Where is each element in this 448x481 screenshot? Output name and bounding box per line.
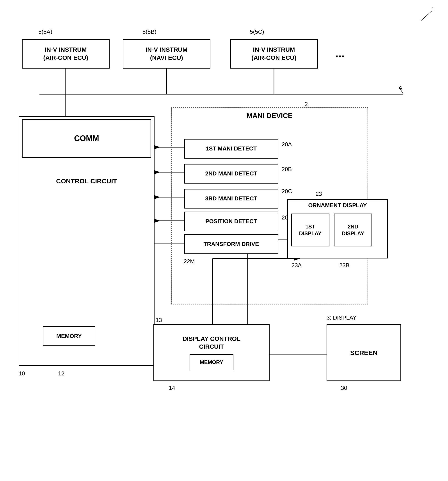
ref-23: 23 bbox=[316, 191, 322, 197]
box-position-detect: POSITION DETECT bbox=[184, 212, 278, 231]
ref-22m: 22M bbox=[184, 258, 195, 265]
box-detect-1st: 1ST MANI DETECT bbox=[184, 139, 278, 158]
ref-1: 1 bbox=[431, 6, 434, 13]
ref-12: 12 bbox=[58, 370, 64, 377]
ref-30: 30 bbox=[341, 385, 347, 391]
ref-20b: 20B bbox=[282, 166, 292, 173]
ref-23a: 23A bbox=[292, 262, 301, 269]
ref-14: 14 bbox=[169, 385, 175, 391]
ref-2: 2 bbox=[305, 101, 308, 107]
ref-5c: 5(5C) bbox=[250, 29, 264, 35]
box-screen: SCREEN bbox=[327, 324, 401, 381]
ref-5a: 5(5A) bbox=[38, 29, 52, 35]
ref-10: 10 bbox=[19, 370, 25, 377]
ref-5b: 5(5B) bbox=[142, 29, 156, 35]
box-transform-drive: TRANSFORM DRIVE bbox=[184, 234, 278, 254]
box-1st-display: 1STDISPLAY bbox=[291, 214, 329, 246]
box-memory-10: MEMORY bbox=[43, 326, 95, 346]
box-detect-2nd: 2ND MANI DETECT bbox=[184, 164, 278, 184]
box-2nd-display: 2NDDISPLAY bbox=[334, 214, 372, 246]
box-instrum-5b: IN-V INSTRUM(NAVI ECU) bbox=[123, 39, 210, 68]
control-circuit-label: CONTROL CIRCUIT bbox=[24, 177, 149, 185]
box-display-control: DISPLAY CONTROLCIRCUIT MEMORY bbox=[154, 324, 270, 381]
ref-display: 3: DISPLAY bbox=[327, 314, 357, 321]
box-detect-3rd: 3RD MANI DETECT bbox=[184, 189, 278, 209]
ref-20c: 20C bbox=[282, 188, 292, 195]
ref-23b: 23B bbox=[339, 262, 349, 269]
box-instrum-5c: IN-V INSTRUM(AIR-CON ECU) bbox=[230, 39, 318, 68]
diagram-container: 1 5(5A) IN-V INSTRUM(AIR-CON ECU) 5(5B) … bbox=[0, 0, 448, 481]
box-instrum-5a: IN-V INSTRUM(AIR-CON ECU) bbox=[22, 39, 110, 68]
svg-line-4 bbox=[421, 11, 432, 21]
box-memory-13: MEMORY bbox=[190, 354, 233, 370]
ref-20a: 20A bbox=[282, 141, 292, 148]
box-ornament-display: ORNAMENT DISPLAY 1STDISPLAY 2NDDISPLAY bbox=[287, 199, 388, 258]
ref-13: 13 bbox=[156, 317, 162, 323]
ref-4: 4 bbox=[399, 84, 402, 91]
box-comm: COMM bbox=[22, 119, 151, 158]
ellipsis: ... bbox=[335, 47, 345, 60]
